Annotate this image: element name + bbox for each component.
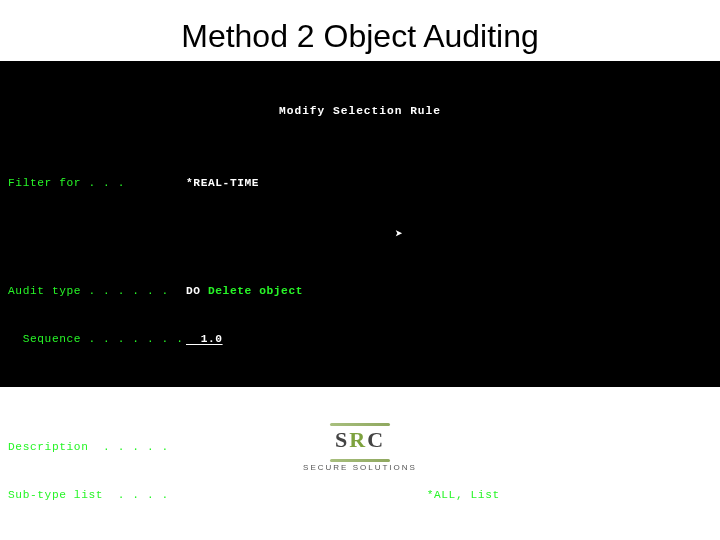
terminal-title: Modify Selection Rule: [8, 103, 712, 119]
logo-tagline: Secure Solutions: [290, 463, 430, 472]
filter-value[interactable]: *REAL-TIME: [186, 175, 259, 191]
subtype-hint: *ALL, List: [427, 487, 500, 503]
subtype-list-flag[interactable]: N: [186, 535, 193, 540]
slide-title: Method 2 Object Auditing: [0, 18, 720, 55]
audit-type-value[interactable]: DO: [186, 283, 201, 299]
audit-type-label: Audit type . . . . . .: [8, 283, 186, 299]
audit-type-desc: Delete object: [208, 283, 303, 299]
src-logo: SRC Secure Solutions: [290, 419, 430, 479]
terminal-screen: Modify Selection Rule Filter for . . . *…: [0, 61, 720, 387]
subtype-label: Sub-type list . . . .: [8, 487, 186, 503]
filter-label: Filter for . . .: [8, 175, 186, 191]
sequence-label: Sequence . . . . . . .: [8, 331, 186, 347]
subtype-value[interactable]: *ALL: [186, 487, 412, 503]
subtype-list-label: Name: [208, 535, 237, 540]
sequence-value[interactable]: 1.0: [186, 331, 223, 347]
description-label: Description . . . . .: [8, 439, 186, 455]
